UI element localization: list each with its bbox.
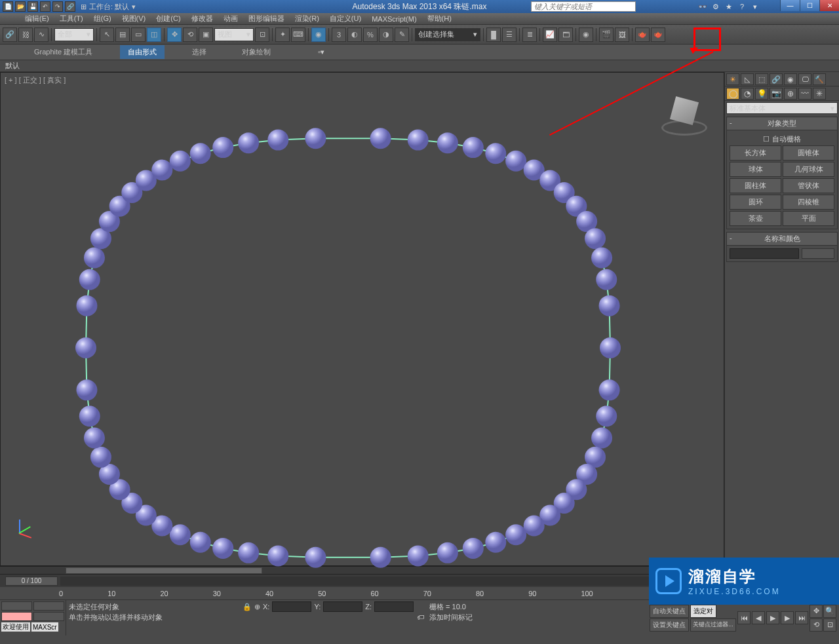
refcoord-combo[interactable]: 视图▾ xyxy=(214,28,254,41)
nav-zoom-icon[interactable]: 🔍 xyxy=(823,605,836,618)
shapes-icon[interactable]: ◔ xyxy=(741,88,754,100)
nav-orbit-icon[interactable]: ⟲ xyxy=(810,618,823,632)
material-icon[interactable]: ◉ xyxy=(579,28,593,42)
geometry-icon[interactable]: ◯ xyxy=(726,88,739,100)
torus-button[interactable]: 圆环 xyxy=(730,195,781,210)
schematic-icon[interactable]: 🗔 xyxy=(558,28,573,42)
space-icon[interactable]: 〰 xyxy=(798,88,811,100)
ribbon-tab-select[interactable]: 选择 xyxy=(184,45,214,59)
tube-button[interactable]: 管状体 xyxy=(783,178,834,193)
status-cell[interactable] xyxy=(1,601,32,611)
rollout-header-2[interactable]: -名称和颜色 xyxy=(726,232,838,246)
filter-combo[interactable]: 全部▾ xyxy=(54,28,94,41)
keyfilter-button[interactable]: 关键点过滤器... xyxy=(690,618,736,632)
save-icon[interactable]: 💾 xyxy=(28,1,38,12)
binoculars-icon[interactable]: 👓 xyxy=(697,1,708,12)
ribbon-tab-freeform[interactable]: 自由形式 xyxy=(120,45,165,59)
link2-icon[interactable]: 🔗 xyxy=(770,73,783,85)
util-icon[interactable]: 🖵 xyxy=(798,73,811,85)
menu-render[interactable]: 渲染(R) xyxy=(290,13,324,24)
status-cell[interactable] xyxy=(1,612,32,621)
nav-pan-icon[interactable]: ✥ xyxy=(810,605,823,618)
close-button[interactable]: ✕ xyxy=(819,0,839,11)
ribbon-default-label[interactable]: 默认 xyxy=(5,61,20,71)
sphere-button[interactable]: 球体 xyxy=(730,162,781,177)
rotate-icon[interactable]: ⟲ xyxy=(183,28,197,42)
viewport-label[interactable]: [ + ] [ 正交 ] [ 真实 ] xyxy=(5,75,66,85)
hammer-icon[interactable]: 🔨 xyxy=(813,73,826,85)
tool-icon[interactable]: ⚙ xyxy=(711,1,721,12)
add-marker[interactable]: 添加时间标记 xyxy=(429,613,473,622)
mirror-icon[interactable]: ▐▌ xyxy=(486,28,501,42)
menu-create[interactable]: 创建(C) xyxy=(151,13,185,24)
menu-maxscript[interactable]: MAXScript(M) xyxy=(366,13,421,24)
sel-icon[interactable]: ⬚ xyxy=(755,73,768,85)
select-icon[interactable]: ↖ xyxy=(100,28,114,42)
move-icon[interactable]: ✥ xyxy=(167,28,182,42)
unlink-icon[interactable]: ⛓ xyxy=(18,28,33,42)
lock-icon[interactable]: 🔒 xyxy=(243,603,252,611)
layers-icon[interactable]: ≣ xyxy=(522,28,537,42)
star-icon[interactable]: ★ xyxy=(724,1,734,12)
link-icon[interactable]: 🔗 xyxy=(3,28,17,42)
menu-graph[interactable]: 图形编辑器 xyxy=(243,13,290,24)
box-button[interactable]: 长方体 xyxy=(730,145,781,161)
dropdown-icon[interactable]: ▾ xyxy=(750,1,760,12)
necklace-object[interactable] xyxy=(33,105,689,590)
play-icon[interactable]: ▶ xyxy=(766,611,779,624)
selkey-combo[interactable]: 选定对 xyxy=(690,605,716,618)
help-icon[interactable]: ? xyxy=(737,1,747,12)
search-box[interactable] xyxy=(531,1,636,12)
ribbon-tab-graphite[interactable]: Graphite 建模工具 xyxy=(26,45,100,59)
menu-custom[interactable]: 自定义(U) xyxy=(324,13,366,24)
teapot-icon[interactable]: 🫖 xyxy=(651,28,665,42)
anglesnap-icon[interactable]: ◐ xyxy=(347,28,362,42)
category-combo[interactable]: 标准基本体▾ xyxy=(726,102,838,114)
autokey-button[interactable]: 自动关键点 xyxy=(650,605,689,618)
coord-icon[interactable]: ⊕ xyxy=(254,603,260,611)
menu-modifier[interactable]: 修改器 xyxy=(186,13,218,24)
marker-icon[interactable]: 🏷 xyxy=(417,613,424,621)
ribbon-tab-paint[interactable]: 对象绘制 xyxy=(234,45,279,59)
rollout-header[interactable]: -对象类型 xyxy=(726,117,838,130)
geosphere-button[interactable]: 几何球体 xyxy=(783,162,834,177)
new-icon[interactable]: 📄 xyxy=(3,1,13,12)
minimize-button[interactable]: — xyxy=(780,0,800,11)
manip-icon[interactable]: ✦ xyxy=(275,28,290,42)
workspace-selector[interactable]: ⊞工作台: 默认▾ xyxy=(81,2,136,12)
teapot-button[interactable]: 茶壶 xyxy=(730,211,781,226)
menu-group[interactable]: 组(G) xyxy=(88,13,117,24)
tri-icon[interactable]: ◺ xyxy=(741,73,754,85)
goto-end-icon[interactable]: ⏭ xyxy=(795,611,808,624)
y-field[interactable] xyxy=(323,601,362,612)
plane-button[interactable]: 平面 xyxy=(783,211,834,226)
window-cross-icon[interactable]: ◫ xyxy=(147,28,161,42)
cylinder-button[interactable]: 圆柱体 xyxy=(730,178,781,193)
redo-icon[interactable]: ↷ xyxy=(52,1,63,12)
bind-icon[interactable]: ∿ xyxy=(34,28,49,42)
rect-select-icon[interactable]: ▭ xyxy=(131,28,146,42)
name-field[interactable] xyxy=(730,248,799,259)
helpers-icon[interactable]: ⊕ xyxy=(784,88,797,100)
scale-icon[interactable]: ▣ xyxy=(199,28,213,42)
open-icon[interactable]: 📂 xyxy=(15,1,26,12)
spinsnap-icon[interactable]: ◑ xyxy=(379,28,393,42)
x-field[interactable] xyxy=(272,601,311,612)
teapot-render-icon[interactable]: 🫖 xyxy=(635,28,650,42)
z-field[interactable] xyxy=(374,601,414,612)
align-icon[interactable]: ☰ xyxy=(502,28,517,42)
render-frame-icon[interactable]: 🖼 xyxy=(615,28,629,42)
cameras-icon[interactable]: 📷 xyxy=(770,88,783,100)
snap-icon[interactable]: ◉ xyxy=(311,28,326,42)
menu-help[interactable]: 帮助(H) xyxy=(422,13,457,24)
viewport[interactable]: [ + ] [ 正交 ] [ 真实 ] xyxy=(0,72,724,566)
next-frame-icon[interactable]: ▶ xyxy=(781,611,794,624)
search-input[interactable] xyxy=(532,2,635,11)
menu-edit[interactable]: 编辑(E) xyxy=(20,13,54,24)
render-setup-icon[interactable]: 🎬 xyxy=(599,28,614,42)
setkey-button[interactable]: 设置关键点 xyxy=(650,618,689,632)
disp-icon[interactable]: ◉ xyxy=(784,73,797,85)
editnamed-icon[interactable]: ✎ xyxy=(395,28,409,42)
sun-icon[interactable]: ☀ xyxy=(726,73,739,85)
autogrid-check[interactable]: ☐自动栅格 xyxy=(730,133,834,145)
